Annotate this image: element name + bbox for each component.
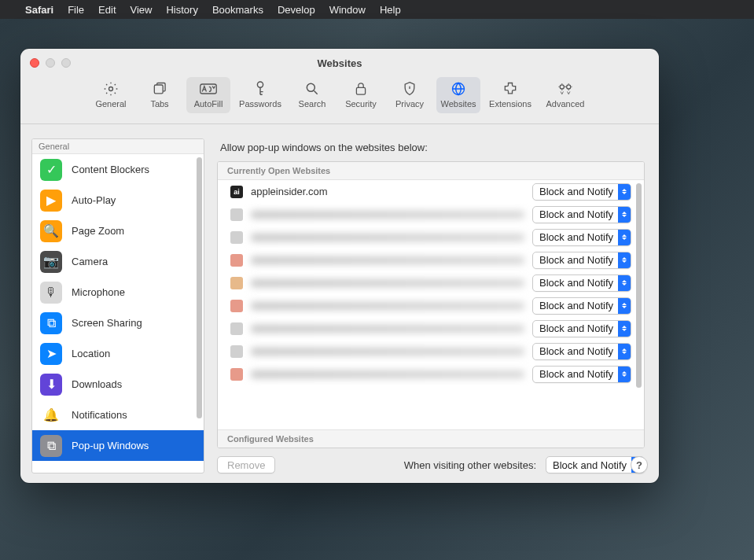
site-policy-select[interactable]: Block and Notify <box>532 366 631 383</box>
site-policy-select[interactable]: Block and Notify <box>532 343 631 360</box>
site-name: appleinsider.com <box>251 186 524 197</box>
site-policy-select[interactable]: Block and Notify <box>532 320 631 337</box>
tab-label: Search <box>299 99 326 109</box>
menu-file[interactable]: File <box>68 4 84 16</box>
sidebar-item-microphone[interactable]: 🎙Microphone <box>32 277 204 308</box>
sidebar-item-pop-up[interactable]: ⧉Pop-up Windows <box>32 430 204 461</box>
site-favicon: ai <box>230 186 243 198</box>
help-button[interactable]: ? <box>631 456 648 473</box>
autofill-icon <box>199 80 218 98</box>
website-row[interactable]: Block and Notify <box>218 271 644 294</box>
tab-label: Security <box>345 99 377 109</box>
site-favicon <box>230 277 243 289</box>
website-row[interactable]: aiappleinsider.comBlock and Notify <box>218 180 644 203</box>
sidebar-item-label: Notifications <box>72 409 127 421</box>
security-icon <box>355 80 367 98</box>
site-name <box>251 370 524 378</box>
site-policy-select[interactable]: Block and Notify <box>532 297 631 315</box>
sidebar-item-downloads[interactable]: ⬇Downloads <box>32 369 204 400</box>
menu-help[interactable]: Help <box>380 4 401 16</box>
sidebar-item-screen-sharing[interactable]: ⧉Screen Sharing <box>32 308 204 338</box>
svg-point-0 <box>109 87 113 91</box>
tab-websites[interactable]: Websites <box>436 77 480 113</box>
prefs-toolbar: GeneralTabsAutoFillPasswordsSearchSecuri… <box>20 77 659 124</box>
tab-tabs[interactable]: Tabs <box>138 77 182 113</box>
chevron-updown-icon <box>618 184 631 200</box>
tab-extensions[interactable]: Extensions <box>485 77 535 113</box>
tab-label: Websites <box>440 99 476 109</box>
close-button[interactable] <box>30 58 39 68</box>
sidebar-item-auto-play[interactable]: ▶Auto-Play <box>32 185 204 216</box>
tab-security[interactable]: Security <box>339 77 383 113</box>
remove-button[interactable]: Remove <box>217 456 275 473</box>
svg-point-4 <box>307 83 314 91</box>
tab-advanced[interactable]: Advanced <box>540 77 590 113</box>
section-configured-websites: Configured Websites <box>218 429 644 448</box>
website-row[interactable]: Block and Notify <box>218 294 644 317</box>
menu-edit[interactable]: Edit <box>98 4 116 16</box>
general-icon <box>103 80 119 98</box>
menu-view[interactable]: View <box>131 4 153 16</box>
chevron-updown-icon <box>618 230 631 245</box>
pop-up-icon: ⧉ <box>40 435 62 457</box>
screen-sharing-icon: ⧉ <box>40 312 62 334</box>
section-open-websites: Currently Open Websites <box>218 162 644 180</box>
sidebar-item-content-blockers[interactable]: ✓Content Blockers <box>32 154 204 185</box>
sidebar-item-location[interactable]: ➤Location <box>32 338 204 369</box>
site-policy-select[interactable]: Block and Notify <box>532 229 631 246</box>
sidebar-item-label: Content Blockers <box>72 164 149 175</box>
microphone-icon: 🎙 <box>40 282 62 304</box>
sidebar-item-page-zoom[interactable]: 🔍Page Zoom <box>32 216 204 246</box>
chevron-updown-icon <box>618 344 631 359</box>
app-name[interactable]: Safari <box>25 4 53 16</box>
panel-title: Allow pop-up windows on the websites bel… <box>220 142 645 153</box>
svg-rect-5 <box>356 87 365 94</box>
websites-icon <box>451 80 466 98</box>
sidebar-item-notifications[interactable]: 🔔Notifications <box>32 400 204 430</box>
privacy-icon <box>403 80 417 98</box>
site-favicon <box>230 254 243 267</box>
tab-search[interactable]: Search <box>290 77 334 113</box>
tab-autofill[interactable]: AutoFill <box>186 77 230 113</box>
menu-window[interactable]: Window <box>329 4 366 16</box>
passwords-icon <box>253 80 267 98</box>
website-row[interactable]: Block and Notify <box>218 317 644 340</box>
site-name <box>251 211 524 219</box>
sidebar-item-label: Pop-up Windows <box>72 440 149 451</box>
menu-develop[interactable]: Develop <box>278 4 315 16</box>
chevron-updown-icon <box>618 275 631 291</box>
advanced-icon <box>557 80 574 98</box>
site-policy-select[interactable]: Block and Notify <box>532 183 631 201</box>
tabs-icon <box>152 80 167 98</box>
website-row[interactable]: Block and Notify <box>218 226 644 249</box>
sidebar-item-label: Downloads <box>72 378 122 390</box>
tab-general[interactable]: General <box>89 77 133 113</box>
svg-point-7 <box>560 85 564 89</box>
extensions-icon <box>502 80 518 98</box>
camera-icon: 📷 <box>40 251 62 273</box>
search-icon <box>304 80 320 98</box>
site-policy-select[interactable]: Block and Notify <box>532 274 631 292</box>
website-row[interactable]: Block and Notify <box>218 340 644 363</box>
site-policy-select[interactable]: Block and Notify <box>532 252 631 269</box>
sidebar-item-label: Page Zoom <box>72 225 124 237</box>
sidebar-item-camera[interactable]: 📷Camera <box>32 246 204 277</box>
menu-bookmarks[interactable]: Bookmarks <box>212 4 263 16</box>
website-row[interactable]: Block and Notify <box>218 249 644 271</box>
site-name <box>251 348 524 356</box>
site-name <box>251 325 524 333</box>
downloads-icon: ⬇ <box>40 374 62 396</box>
tab-privacy[interactable]: Privacy <box>388 77 432 113</box>
sidebar-header: General <box>32 139 204 154</box>
site-policy-select[interactable]: Block and Notify <box>532 206 631 223</box>
chevron-updown-icon <box>618 321 631 337</box>
menu-history[interactable]: History <box>166 4 197 16</box>
sidebar-item-label: Camera <box>72 256 108 267</box>
tab-label: Tabs <box>150 99 168 109</box>
chevron-updown-icon <box>618 207 631 223</box>
website-row[interactable]: Block and Notify <box>218 363 644 385</box>
tab-passwords[interactable]: Passwords <box>235 77 285 113</box>
website-row[interactable]: Block and Notify <box>218 203 644 226</box>
sidebar-item-label: Auto-Play <box>72 194 116 206</box>
svg-rect-1 <box>154 85 163 94</box>
